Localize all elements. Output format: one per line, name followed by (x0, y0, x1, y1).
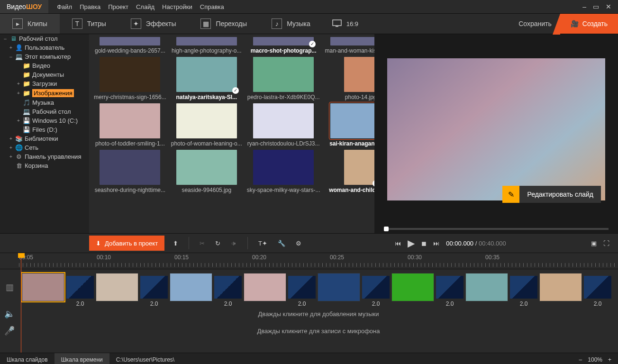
tree-item[interactable]: +📁Изображения (0, 88, 89, 98)
tree-item[interactable]: 🎵Музыка (0, 98, 89, 107)
maximize-icon[interactable]: ▭ (593, 3, 599, 10)
transition[interactable] (510, 276, 537, 299)
thumbnail[interactable]: ✓woman-and-child-sitti... (325, 150, 374, 193)
menu-settings[interactable]: Настройки (162, 3, 192, 10)
transition[interactable] (214, 276, 242, 299)
timeline-clip[interactable] (170, 273, 212, 301)
thumbnail[interactable]: ✓natalya-zaritskaya-SI... (171, 57, 242, 100)
action-bar: ⬇ Добавить в проект ⬆ ✂ ↻ 🕩 T✦ 🔧 ⚙ ⏮ ▶ ◼… (0, 233, 618, 253)
clapper-icon: ▦ (200, 18, 211, 29)
upload-icon[interactable]: ⬆ (173, 240, 178, 247)
thumbnail[interactable]: high-angle-photography-o... (171, 37, 242, 54)
time-scale-button[interactable]: Шкала времени (55, 353, 109, 364)
thumbnail[interactable]: merry-christmas-sign-1656... (94, 57, 166, 100)
fullscreen-icon[interactable]: ⛶ (603, 240, 609, 247)
thumbnail[interactable]: photo-of-toddler-smiling-1... (94, 103, 166, 147)
effects-tool-icon[interactable]: 🔧 (278, 240, 285, 247)
tree-item[interactable]: –🖥Рабочий стол (0, 34, 89, 43)
thumbnail[interactable]: seaside-994605.jpg (171, 150, 242, 193)
timeline-clip[interactable] (318, 273, 360, 301)
timeline-clip[interactable] (391, 273, 434, 301)
timeline-clip[interactable] (22, 273, 64, 301)
next-icon[interactable]: ⏭ (433, 240, 439, 247)
menu-edit[interactable]: Правка (80, 3, 100, 10)
thumbnail[interactable]: sky-space-milky-way-stars-... (247, 150, 320, 193)
rotate-icon[interactable]: ↻ (215, 240, 220, 247)
mic-track[interactable]: 🎤 Дважды кликните для записи с микрофона (0, 322, 618, 339)
top-tabs: ▸ Клипы T Титры ✦ Эффекты ▦ Переходы ♪ М… (0, 13, 618, 34)
tree-item[interactable]: +⚙Панель управления (0, 152, 89, 161)
play-icon[interactable]: ▶ (408, 237, 415, 249)
timeline-clip[interactable] (539, 273, 582, 301)
menu-file[interactable]: Файл (57, 3, 72, 10)
tree-item[interactable]: +👤Пользователь (0, 43, 89, 52)
seek-bar[interactable] (374, 225, 618, 233)
status-bar: Шкала слайдов Шкала времени C:\Users\use… (0, 353, 618, 364)
thumbnail[interactable]: photo-14.jpg (325, 57, 374, 100)
cut-icon[interactable]: ✂ (200, 240, 205, 247)
video-track[interactable]: ▥ (0, 269, 618, 305)
stop-icon[interactable]: ◼ (421, 240, 427, 247)
transition[interactable] (436, 276, 464, 299)
thumbnail[interactable]: ✓sai-kiran-anagani-83z... (325, 103, 374, 147)
tree-item[interactable]: 💾Files (D:) (0, 125, 89, 134)
music-icon: ♪ (272, 18, 282, 29)
tree-item[interactable]: –💻Этот компьютер (0, 52, 89, 61)
prev-icon[interactable]: ⏮ (395, 240, 401, 247)
zoom-out-button[interactable]: – (579, 356, 582, 363)
pencil-icon: ✎ (502, 186, 519, 203)
thumbnail[interactable]: ✓macro-shot-photograp... (247, 37, 320, 54)
tree-item[interactable]: 🗑Корзина (0, 161, 89, 170)
tab-music[interactable]: ♪ Музыка (259, 14, 323, 34)
mute-icon[interactable]: 🕩 (231, 240, 237, 247)
slides-scale-button[interactable]: Шкала слайдов (0, 353, 55, 364)
transition[interactable] (288, 276, 316, 299)
timecode: 00:00.000 / 00:40.000 (446, 240, 506, 247)
edit-slide-button[interactable]: ✎ Редактировать слайд (502, 186, 601, 203)
thumbnail[interactable]: pedro-lastra-br-Xdb9KE0Q... (247, 57, 320, 100)
music-track[interactable]: 🔈 Дважды кликните для добавления музыки (0, 305, 618, 322)
create-button[interactable]: 🎥 Создать (560, 14, 618, 34)
close-icon[interactable]: ✕ (606, 3, 611, 10)
tree-item[interactable]: 📁Видео (0, 61, 89, 70)
thumbnail[interactable]: man-and-woman-kissing-2... (325, 37, 374, 54)
asset-browser: gold-wedding-bands-2657...high-angle-pho… (89, 34, 374, 233)
transition[interactable] (140, 276, 168, 299)
transition[interactable] (584, 276, 611, 299)
add-to-project-button[interactable]: ⬇ Добавить в проект (89, 236, 164, 251)
tree-item[interactable]: +💾Windows 10 (C:) (0, 116, 89, 125)
tree-item[interactable]: 💻Рабочий стол (0, 107, 89, 116)
tree-item[interactable]: 📁Документы (0, 70, 89, 79)
zoom-level: 100% (588, 356, 602, 363)
mic-icon: 🎤 (0, 326, 19, 336)
tab-clips[interactable]: ▸ Клипы (0, 14, 60, 34)
playhead[interactable] (21, 253, 21, 353)
timeline-clip[interactable] (244, 273, 286, 301)
thumbnail[interactable]: seashore-during-nighttime... (94, 150, 166, 193)
tree-item[interactable]: +📚Библиотеки (0, 134, 89, 143)
timeline-ruler[interactable]: 00:0500:1000:1500:2000:2500:3000:35 (0, 253, 618, 269)
transition[interactable] (66, 276, 94, 299)
timeline-clip[interactable] (465, 273, 508, 301)
thumbnail[interactable]: gold-wedding-bands-2657... (94, 37, 166, 54)
tab-effects[interactable]: ✦ Эффекты (118, 14, 189, 34)
menu-slide[interactable]: Слайд (136, 3, 154, 10)
tab-transitions[interactable]: ▦ Переходы (188, 14, 259, 34)
thumbnail[interactable]: ryan-christodoulou-LDrSJ3... (247, 103, 320, 147)
minimize-icon[interactable]: – (582, 3, 586, 10)
thumbnail[interactable]: photo-of-woman-leaning-o... (171, 103, 242, 147)
snapshot-icon[interactable]: ▣ (591, 240, 597, 247)
aspect-ratio[interactable]: 16:9 (332, 14, 358, 34)
zoom-in-button[interactable]: + (608, 356, 611, 363)
transition[interactable] (362, 276, 390, 299)
tab-titles[interactable]: T Титры (60, 14, 118, 34)
svg-rect-0 (333, 20, 341, 26)
menu-help[interactable]: Справка (200, 3, 224, 10)
tree-item[interactable]: +📁Загрузки (0, 79, 89, 88)
timeline-clip[interactable] (96, 273, 138, 301)
settings-icon[interactable]: ⚙ (296, 240, 301, 247)
text-icon: T (72, 18, 82, 29)
menu-project[interactable]: Проект (108, 3, 128, 10)
tree-item[interactable]: +🌐Сеть (0, 143, 89, 152)
text-tool-icon[interactable]: T✦ (258, 240, 267, 247)
